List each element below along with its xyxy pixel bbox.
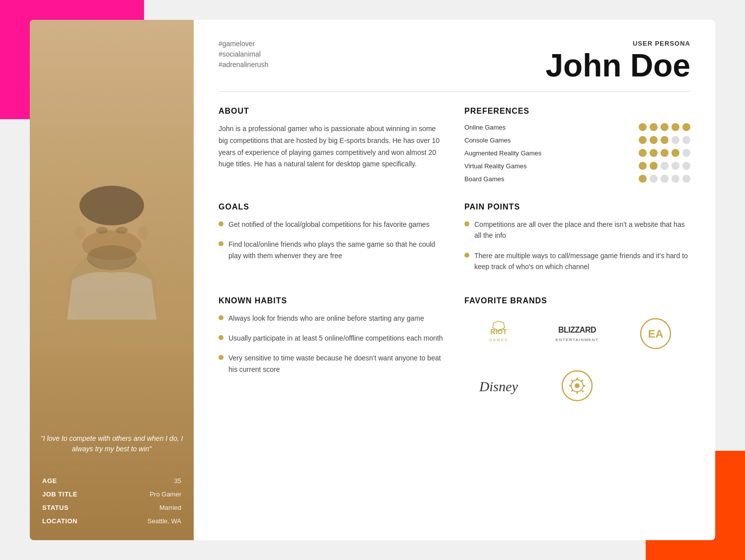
pref-dots-3: [639, 149, 690, 157]
dot: [671, 136, 679, 144]
habit-item-2: Usually participate in at least 5 online…: [219, 333, 445, 344]
profile-photo-area: [30, 30, 194, 441]
pref-vr-games: Virtual Reality Games: [464, 162, 690, 170]
svg-point-5: [138, 226, 148, 240]
dot: [671, 162, 679, 170]
brand-steam: [543, 365, 611, 407]
status-label: STATUS: [42, 504, 69, 511]
pref-dots-5: [639, 175, 690, 183]
dot: [661, 123, 669, 131]
goals-title: GOALS: [219, 203, 445, 211]
pref-dots-2: [639, 136, 690, 144]
bullet-icon: [464, 253, 469, 258]
goal-text-2: Find local/online friends who plays the …: [228, 239, 445, 261]
bullet-icon: [219, 315, 224, 320]
bullet-icon: [219, 335, 224, 340]
stat-status: STATUS Married: [42, 501, 181, 514]
preferences-title: PREFERENCES: [464, 107, 690, 116]
left-panel: "I love to compete with others and when …: [30, 20, 194, 540]
pref-label-3: Augmented Reality Games: [464, 149, 544, 157]
known-habits-section: KNOWN HABITS Always look for friends who…: [219, 296, 445, 407]
svg-text:GAMES: GAMES: [489, 338, 509, 342]
goals-list: Get notified of the local/global competi…: [219, 219, 445, 261]
ea-logo: EA: [640, 318, 672, 350]
dot: [639, 149, 647, 157]
stat-job: JOB TITLE Pro Gamer: [42, 488, 181, 501]
pain-points-section: PAIN POINTS Competitions are all over th…: [464, 203, 690, 281]
svg-text:BLIZZARD: BLIZZARD: [558, 326, 596, 334]
svg-text:RIOT: RIOT: [490, 328, 507, 336]
favorite-brands-section: FAVORITE BRANDS RIOT GAMES: [464, 296, 690, 407]
preferences-section: PREFERENCES Online Games Console Games: [464, 107, 690, 188]
dot: [671, 149, 679, 157]
dot: [671, 175, 679, 183]
tag-3: #adrenalinerush: [219, 61, 268, 69]
pain-text-1: Competitions are all over the place and …: [474, 219, 690, 241]
blizzard-logo: BLIZZARD ENTERTAINMENT: [552, 320, 602, 348]
steam-logo: [561, 370, 594, 402]
dot: [661, 175, 669, 183]
dot: [682, 123, 690, 131]
stat-location: LOCATION Seattle, WA: [42, 514, 181, 528]
habit-text-2: Usually participate in at least 5 online…: [228, 333, 443, 344]
header-section: #gamelover #socialanimal #adrenalinerush…: [219, 40, 690, 81]
person-illustration: [47, 151, 176, 320]
goal-item-1: Get notified of the local/global competi…: [219, 219, 445, 230]
pain-points-list: Competitions are all over the place and …: [464, 219, 690, 273]
habit-text-1: Always look for friends who are online b…: [228, 313, 424, 324]
brands-title: FAVORITE BRANDS: [464, 296, 690, 305]
pref-ar-games: Augmented Reality Games: [464, 149, 690, 157]
persona-name: John Doe: [545, 50, 690, 81]
pref-dots-1: [639, 123, 690, 131]
brand-blizzard: BLIZZARD ENTERTAINMENT: [543, 315, 611, 352]
pain-points-title: PAIN POINTS: [464, 203, 690, 211]
svg-point-4: [75, 226, 85, 240]
pref-label-1: Online Games: [464, 124, 544, 131]
dot: [671, 123, 679, 131]
svg-line-24: [571, 380, 573, 381]
habit-item-3: Very sensitive to time waste because he …: [219, 352, 445, 375]
tag-2: #socialanimal: [219, 50, 268, 58]
pref-online-games: Online Games: [464, 123, 690, 131]
dot: [650, 162, 658, 170]
brand-disney: Disney: [464, 367, 533, 405]
pain-item-2: There are multiple ways to call/message …: [464, 250, 690, 273]
svg-line-25: [582, 390, 584, 392]
svg-line-26: [582, 380, 583, 381]
brands-grid: RIOT GAMES BLIZZARD ENTERTAINMENT: [464, 313, 690, 407]
brand-riot: RIOT GAMES: [464, 315, 533, 352]
dot: [639, 162, 647, 170]
disney-logo: Disney: [474, 372, 523, 400]
dot: [639, 123, 647, 131]
svg-text:EA: EA: [648, 328, 664, 340]
goal-text-1: Get notified of the local/global competi…: [228, 219, 430, 230]
habit-text-3: Very sensitive to time waste because he …: [228, 352, 445, 375]
persona-label: USER PERSONA: [545, 40, 690, 47]
svg-point-19: [575, 383, 580, 388]
job-label: JOB TITLE: [42, 490, 77, 498]
about-preferences-row: ABOUT John is a professional gamer who i…: [219, 107, 690, 188]
bullet-icon: [219, 355, 224, 360]
riot-games-logo: RIOT GAMES: [479, 320, 519, 348]
header-divider: [219, 91, 690, 92]
tags-section: #gamelover #socialanimal #adrenalinerush: [219, 40, 268, 69]
about-text: John is a professional gamer who is pass…: [219, 123, 445, 170]
habits-list: Always look for friends who are online b…: [219, 313, 445, 375]
dot: [661, 162, 669, 170]
job-value: Pro Gamer: [149, 490, 181, 498]
about-section: ABOUT John is a professional gamer who i…: [219, 107, 445, 188]
svg-text:ENTERTAINMENT: ENTERTAINMENT: [556, 338, 599, 342]
age-label: AGE: [42, 477, 57, 485]
svg-line-27: [571, 390, 573, 391]
stats-section: AGE 35 JOB TITLE Pro Gamer STATUS Marrie…: [30, 467, 194, 540]
habits-title: KNOWN HABITS: [219, 296, 445, 305]
bullet-icon: [464, 221, 469, 226]
pain-text-2: There are multiple ways to call/message …: [474, 250, 690, 273]
dot: [682, 136, 690, 144]
dot: [650, 175, 658, 183]
svg-point-9: [82, 230, 142, 260]
dot: [661, 149, 669, 157]
svg-point-3: [79, 186, 144, 225]
stat-age: AGE 35: [42, 474, 181, 488]
status-value: Married: [159, 504, 181, 511]
